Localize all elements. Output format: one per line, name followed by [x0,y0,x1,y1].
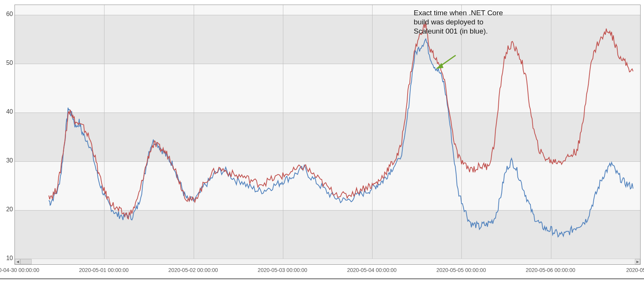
y-tick-label: 10 [0,255,13,262]
y-tick-label: 20 [0,206,13,213]
series-blue-line [49,39,633,237]
x-tick-label: 2020-04-30 00:00:00 [0,267,39,273]
series-red-line [49,21,633,219]
annotation-text: Exact time when .NET Core build was depl… [414,8,509,35]
y-tick-label: 50 [0,60,13,66]
x-tick-label: 2020-05-04 00:00:00 [347,267,397,273]
y-tick-label: 30 [0,157,13,164]
chart-lines [15,5,640,264]
x-tick-label: 2020-05-05 00:00:00 [436,267,486,273]
plot-area: ◀ ▶ [14,5,641,265]
y-tick-label: 60 [0,11,13,18]
x-tick-label: 2020-05-01 00:00:00 [79,267,128,273]
scroll-thumb[interactable] [20,259,32,264]
x-tick-label: 2020-05-07 [626,267,644,273]
x-tick-label: 2020-05-03 00:00:00 [258,267,307,273]
scroll-right-button[interactable]: ▶ [635,259,640,264]
x-tick-label: 2020-05-06 00:00:00 [526,267,575,273]
horizontal-scrollbar[interactable]: ◀ ▶ [15,259,640,264]
x-tick-label: 2020-05-02 00:00:00 [169,267,218,273]
scroll-left-button[interactable]: ◀ [15,259,20,264]
axis-bottom-border [0,278,644,279]
y-tick-label: 40 [0,108,13,115]
